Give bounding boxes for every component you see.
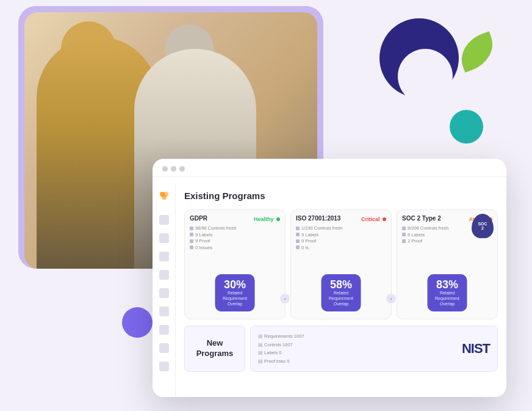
iso-proof-icon (296, 239, 300, 243)
sidebar-icon-alert[interactable] (159, 288, 169, 298)
gdpr-name: GDPR (190, 215, 207, 222)
nist-logo: NIST (462, 341, 490, 357)
sidebar-icon-cloud[interactable] (159, 307, 169, 316)
gdpr-overlap-badge: 30% RelatedRequirementOverlap (215, 274, 255, 311)
soc2-overlap-label: RelatedRequirementOverlap (434, 290, 461, 307)
app-logo (157, 189, 171, 203)
soc2-stat-proof: 2 Proof (402, 238, 492, 244)
soc2-overlap-pct: 83% (434, 279, 461, 290)
decorative-inner-circle (398, 49, 453, 104)
card-title: Existing Programs (184, 191, 498, 201)
program-gdpr: GDPR Healthy 98/98 Controls fresh 9 Labe… (184, 209, 286, 319)
soc2-shield-icon: SOC (478, 222, 487, 226)
window-dot-2 (171, 166, 176, 172)
gdpr-overlap-label: RelatedRequirementOverlap (221, 290, 249, 307)
iso-overlap-pct: 58% (328, 279, 355, 290)
card-header (153, 159, 506, 177)
gdpr-stat-labels: 9 Labels (190, 232, 280, 238)
decorative-leaf (455, 31, 499, 73)
soc2-name: SOC 2 Type 2 (402, 215, 441, 222)
new-programs-label: NewPrograms (196, 338, 234, 359)
gdpr-stat-issues: 0 Issues (190, 245, 280, 250)
nist-stat-controls: ▤ Controls 1007 (258, 341, 304, 349)
sidebar-icon-file[interactable] (159, 325, 169, 335)
sidebar-icon-home[interactable] (159, 215, 169, 225)
proof-icon (190, 239, 193, 243)
decorative-teal-circle (450, 110, 483, 144)
issues-icon (190, 246, 193, 249)
sidebar-icon-chart[interactable] (159, 252, 169, 261)
labels-icon (190, 233, 193, 236)
nist-stats: ▤ Requirements 1007 ▤ Controls 1007 ▤ La… (258, 332, 304, 365)
iso-status: Critical (361, 216, 386, 222)
soc2-controls-icon (402, 227, 406, 230)
sidebar-icon-folder[interactable] (159, 362, 169, 371)
decorative-small-purple-circle (122, 307, 153, 338)
program-iso: ISO 27001:2013 Critical 1/230 Controls f… (290, 209, 392, 319)
sidebar-icon-flag[interactable] (159, 343, 169, 353)
iso-overlap-badge: 58% RelatedRequirementOverlap (322, 274, 361, 311)
nist-stat-proof: ▤ Proof links 0 (258, 357, 304, 366)
iso-overlap-label: RelatedRequirementOverlap (328, 290, 355, 307)
gdpr-stat-proof: 9 Proof (190, 238, 280, 244)
iso-labels-icon (296, 233, 300, 236)
card-sidebar (153, 183, 176, 397)
sidebar-icon-shield[interactable] (159, 233, 169, 243)
programs-row: GDPR Healthy 98/98 Controls fresh 9 Labe… (184, 209, 498, 319)
soc2-proof-icon (402, 239, 406, 243)
nist-stat-labels: ▤ Labels 0 (258, 349, 304, 357)
gdpr-header: GDPR Healthy (190, 215, 280, 223)
soc2-labels-icon (402, 233, 406, 236)
gdpr-stat-controls: 98/98 Controls fresh (190, 225, 280, 231)
iso-stat-issues: 0 Is (296, 245, 386, 250)
gdpr-status-dot (276, 217, 280, 221)
bottom-section: NewPrograms ▤ Requirements 1007 ▤ Contro… (184, 326, 498, 372)
gdpr-status: Healthy (254, 216, 280, 222)
gdpr-overlap-pct: 30% (221, 279, 249, 290)
iso-header: ISO 27001:2013 Critical (296, 215, 386, 223)
iso-arrow: › (386, 294, 396, 304)
iso-status-dot (383, 217, 386, 221)
iso-stat-proof: 9 Proof (296, 238, 386, 244)
new-programs-box: NewPrograms (184, 326, 245, 372)
sidebar-icon-settings[interactable] (159, 270, 169, 280)
card-content: Existing Programs GDPR Healthy 98/98 Con… (176, 183, 506, 397)
main-ui-card: Existing Programs GDPR Healthy 98/98 Con… (153, 159, 506, 397)
soc2-overlap-badge: 83% RelatedRequirementOverlap (428, 274, 467, 311)
program-soc2: SOC 2 Type 2 At risk 8/206 Controls fres… (397, 209, 498, 319)
nist-stat-requirements: ▤ Requirements 1007 (258, 332, 304, 341)
soc2-shield-badge: SOC 2 (472, 214, 494, 238)
iso-name: ISO 27001:2013 (296, 215, 340, 222)
gdpr-arrow: › (280, 294, 290, 304)
window-dot-1 (162, 166, 168, 172)
soc2-shield-number: 2 (481, 226, 484, 230)
nist-box: ▤ Requirements 1007 ▤ Controls 1007 ▤ La… (250, 326, 498, 372)
iso-stat-controls: 1/230 Controls fresh (296, 225, 386, 231)
window-dot-3 (179, 166, 185, 172)
svg-point-2 (162, 195, 167, 200)
background: Existing Programs GDPR Healthy 98/98 Con… (0, 0, 532, 411)
controls-icon (190, 227, 193, 230)
iso-controls-icon (296, 227, 300, 230)
iso-issues-icon (296, 246, 300, 249)
iso-stat-labels: 9 Labels (296, 232, 386, 238)
